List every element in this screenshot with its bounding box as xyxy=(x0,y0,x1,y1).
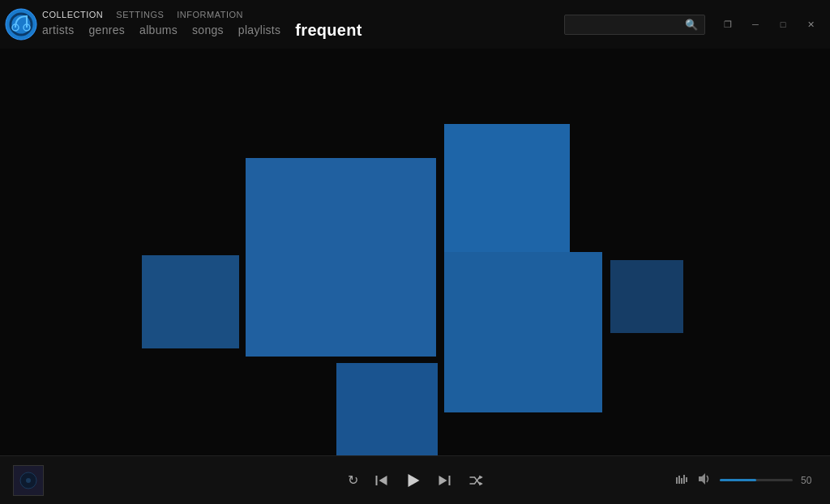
volume-slider[interactable] xyxy=(720,479,793,481)
svg-rect-16 xyxy=(683,475,685,484)
titlebar: COLLECTION SETTINGS INFORMATION artists … xyxy=(0,0,830,49)
search-input[interactable] xyxy=(571,19,685,30)
window-controls: ❐ ─ □ ✕ xyxy=(715,13,824,36)
nav-settings[interactable]: SETTINGS xyxy=(116,10,164,19)
search-box[interactable]: 🔍 xyxy=(564,15,705,35)
svg-rect-15 xyxy=(681,478,682,484)
repeat-button[interactable]: ↻ xyxy=(348,472,358,488)
search-icon[interactable]: 🔍 xyxy=(685,19,698,31)
nav-collection[interactable]: COLLECTION xyxy=(42,10,103,19)
volume-icon xyxy=(697,472,712,489)
main-content xyxy=(0,49,830,455)
tile-2[interactable] xyxy=(444,124,570,252)
svg-rect-9 xyxy=(449,476,451,485)
svg-point-5 xyxy=(26,478,31,483)
svg-marker-11 xyxy=(480,476,483,479)
player-controls: ↻ xyxy=(348,472,483,489)
svg-rect-13 xyxy=(676,477,678,484)
tile-5[interactable] xyxy=(610,260,683,333)
volume-value: 50 xyxy=(801,475,817,486)
nav-information[interactable]: INFORMATION xyxy=(177,10,243,19)
svg-marker-7 xyxy=(379,476,387,485)
nav-section: COLLECTION SETTINGS INFORMATION artists … xyxy=(42,10,362,40)
play-button[interactable] xyxy=(405,472,421,489)
close-button[interactable]: ✕ xyxy=(798,13,824,36)
nav-artists[interactable]: artists xyxy=(42,23,74,36)
nav-frequent[interactable]: frequent xyxy=(295,21,362,40)
album-thumbnail xyxy=(13,465,44,496)
minimize-button[interactable]: ─ xyxy=(742,13,768,36)
svg-marker-12 xyxy=(480,482,483,485)
restore-button[interactable]: ❐ xyxy=(715,13,741,36)
svg-rect-17 xyxy=(686,477,687,482)
nav-albums[interactable]: albums xyxy=(139,23,178,36)
svg-marker-10 xyxy=(439,476,447,485)
player-bar: ↻ xyxy=(0,455,830,504)
nav-genres[interactable]: genres xyxy=(88,23,125,36)
tile-1[interactable] xyxy=(246,158,436,357)
tiles-container xyxy=(0,49,830,455)
svg-marker-18 xyxy=(699,473,705,485)
volume-fill xyxy=(720,479,756,481)
nav-top: COLLECTION SETTINGS INFORMATION xyxy=(42,10,362,19)
shuffle-button[interactable] xyxy=(468,473,483,488)
equalizer-button[interactable] xyxy=(674,473,689,488)
player-left xyxy=(13,465,62,496)
titlebar-right: 🔍 ❐ ─ □ ✕ xyxy=(564,13,824,36)
prev-button[interactable] xyxy=(374,473,389,488)
nav-songs[interactable]: songs xyxy=(192,23,224,36)
tile-3[interactable] xyxy=(444,252,602,412)
nav-playlists[interactable]: playlists xyxy=(238,23,281,36)
next-button[interactable] xyxy=(438,473,452,488)
svg-rect-14 xyxy=(678,476,680,484)
app-logo xyxy=(0,3,42,45)
player-right: 50 xyxy=(655,472,817,489)
tile-6[interactable] xyxy=(336,363,438,455)
titlebar-left: COLLECTION SETTINGS INFORMATION artists … xyxy=(0,3,362,45)
tile-4[interactable] xyxy=(142,255,239,348)
svg-marker-8 xyxy=(409,474,420,487)
svg-rect-6 xyxy=(376,476,378,485)
maximize-button[interactable]: □ xyxy=(770,13,796,36)
nav-bottom: artists genres albums songs playlists fr… xyxy=(42,21,362,40)
